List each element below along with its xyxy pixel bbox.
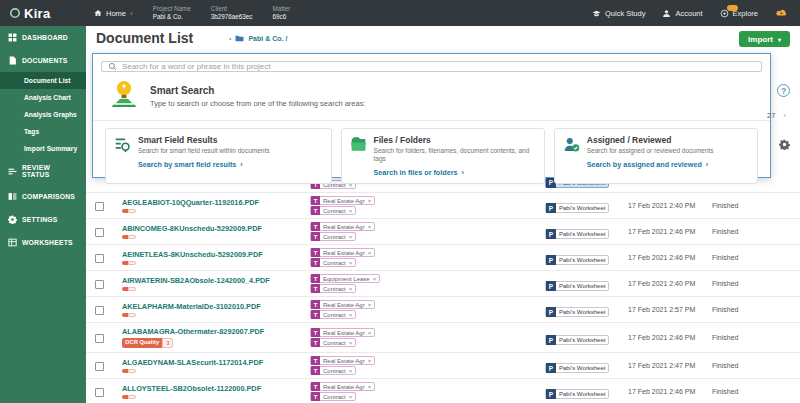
- tag-chip[interactable]: T Contract ×: [310, 206, 356, 215]
- worksheet-badge[interactable]: P Pabi's Worksheet: [545, 307, 609, 317]
- account-button[interactable]: Account: [662, 9, 702, 18]
- search-area-link[interactable]: Search by assigned and reviewed ›: [587, 160, 714, 169]
- sidebar-item-settings[interactable]: SETTINGS: [0, 208, 86, 231]
- document-link[interactable]: ABINCOMEG-8KUnschedu-5292009.PDF: [122, 224, 310, 233]
- document-link[interactable]: AEINETLEAS-8KUnschedu-5292009.PDF: [122, 250, 310, 259]
- worksheets-icon: [8, 238, 17, 247]
- remove-tag-icon[interactable]: ×: [349, 260, 356, 266]
- sidebar-item-document-list[interactable]: Document List: [0, 72, 86, 89]
- tag-icon: T: [311, 382, 320, 391]
- ocr-quality-badge: [122, 395, 136, 399]
- tag-chip[interactable]: T Real Estate Agr ×: [310, 356, 375, 365]
- row-checkbox[interactable]: [95, 254, 104, 263]
- tag-chip[interactable]: T Real Estate Agr ×: [310, 300, 375, 309]
- tag-chip[interactable]: T Contract ×: [310, 284, 356, 293]
- sidebar-item-comparisons[interactable]: COMPARISONS: [0, 185, 86, 208]
- search-card-files-folders[interactable]: Files / Folders Search for folders, file…: [341, 128, 545, 184]
- sidebar-item-import-summary[interactable]: Import Summary: [0, 140, 86, 157]
- explore-button[interactable]: Explore: [720, 9, 758, 18]
- worksheet-badge[interactable]: P Pabi's Worksheet: [545, 203, 609, 213]
- row-checkbox[interactable]: [95, 202, 104, 211]
- cloud-upload-icon[interactable]: [775, 8, 788, 18]
- kira-logo[interactable]: Kira: [0, 6, 86, 21]
- remove-tag-icon[interactable]: ×: [349, 368, 356, 374]
- remove-tag-icon[interactable]: ×: [373, 276, 380, 282]
- remove-tag-icon[interactable]: ×: [368, 224, 375, 230]
- row-checkbox[interactable]: [95, 306, 104, 315]
- comparisons-icon: [8, 192, 17, 201]
- remove-tag-icon[interactable]: ×: [349, 234, 356, 240]
- tag-chip[interactable]: T Real Estate Agr ×: [310, 248, 375, 257]
- remove-tag-icon[interactable]: ×: [368, 302, 375, 308]
- worksheet-badge[interactable]: P Pabi's Worksheet: [545, 389, 609, 399]
- tag-chip[interactable]: T Contract ×: [310, 366, 356, 375]
- folder-green-icon: [350, 136, 367, 177]
- remove-tag-icon[interactable]: ×: [368, 198, 375, 204]
- tag-chip[interactable]: T Contract ×: [310, 258, 356, 267]
- pagination[interactable]: 27 ›: [767, 111, 786, 120]
- import-button[interactable]: Import ▾: [739, 31, 790, 47]
- grid-icon: [8, 33, 17, 42]
- remove-tag-icon[interactable]: ×: [368, 330, 375, 336]
- remove-tag-icon[interactable]: ×: [349, 208, 356, 214]
- document-link[interactable]: ALLOYSTEEL-SB2Obsolet-1122000.PDF: [122, 384, 310, 393]
- search-card-smart-field-results[interactable]: Smart Field Results Search for smart fie…: [105, 128, 332, 184]
- sidebar-item-analysis-graphs[interactable]: Analysis Graphs: [0, 106, 86, 123]
- table-settings-gear-icon[interactable]: [779, 136, 790, 154]
- worksheet-badge[interactable]: P Pabi's Worksheet: [545, 363, 609, 373]
- caret-down-icon: ▾: [778, 36, 781, 43]
- row-checkbox[interactable]: [95, 228, 104, 237]
- row-checkbox[interactable]: [95, 362, 104, 371]
- breadcrumb[interactable]: • Pabi & Co. /: [229, 35, 287, 42]
- remove-tag-icon[interactable]: ×: [349, 394, 356, 400]
- quick-study-button[interactable]: Quick Study: [592, 9, 645, 18]
- sidebar-item-documents[interactable]: DOCUMENTS: [0, 49, 86, 72]
- status-text: Finished: [712, 388, 800, 395]
- remove-tag-icon[interactable]: ×: [349, 312, 356, 318]
- tag-chip[interactable]: T Real Estate Agr ×: [310, 328, 375, 337]
- tag-icon: T: [311, 274, 320, 283]
- document-link[interactable]: AIRWATERIN-SB2AObsole-1242000_4.PDF: [122, 276, 310, 285]
- row-checkbox[interactable]: [95, 334, 104, 343]
- worksheet-badge[interactable]: P Pabi's Worksheet: [545, 281, 609, 291]
- worksheet-badge[interactable]: P Pabi's Worksheet: [545, 255, 609, 265]
- tag-chip[interactable]: T Real Estate Agr ×: [310, 222, 375, 231]
- tag-chip[interactable]: T Real Estate Agr ×: [310, 196, 375, 205]
- remove-tag-icon[interactable]: ×: [349, 340, 356, 346]
- search-area-link[interactable]: Search by smart field results ›: [138, 160, 270, 169]
- kira-logo-mark: [9, 7, 21, 19]
- tag-chip[interactable]: T Contract ×: [310, 232, 356, 241]
- document-link[interactable]: AEGLEABIOT-10QQuarter-1192016.PDF: [122, 198, 310, 207]
- tag-chip[interactable]: T Equipment Lease ×: [310, 274, 380, 283]
- worksheet-badge[interactable]: P Pabi's Worksheet: [545, 229, 609, 239]
- tag-chip[interactable]: T Contract ×: [310, 338, 356, 347]
- row-checkbox[interactable]: [95, 280, 104, 289]
- search-bar[interactable]: [101, 61, 762, 72]
- remove-tag-icon[interactable]: ×: [368, 384, 375, 390]
- worksheet-badge[interactable]: P Pabi's Worksheet: [545, 335, 609, 345]
- tag-chip[interactable]: T Contract ×: [310, 310, 356, 319]
- home-link[interactable]: Home ›: [94, 9, 133, 18]
- tag-chip[interactable]: T Real Estate Agr ×: [310, 382, 375, 391]
- search-area-link[interactable]: Search in files or folders ›: [374, 168, 536, 177]
- import-date: 17 Feb 2021 2:46 PM: [628, 334, 712, 341]
- search-card-assigned-reviewed[interactable]: Assigned / Reviewed Search for assigned …: [554, 128, 758, 184]
- remove-tag-icon[interactable]: ×: [368, 250, 375, 256]
- import-date: 17 Feb 2021 2:46 PM: [628, 388, 712, 395]
- remove-tag-icon[interactable]: ×: [349, 286, 356, 292]
- document-link[interactable]: ALGAEDYNAM-SLASecurit-1172014.PDF: [122, 358, 310, 367]
- next-page-icon[interactable]: ›: [783, 111, 786, 120]
- sidebar-item-dashboard[interactable]: DASHBOARD: [0, 26, 86, 49]
- search-input[interactable]: [122, 62, 755, 71]
- document-link[interactable]: AKELAPHARM-MaterialDe-3102010.PDF: [122, 302, 310, 311]
- sidebar-item-worksheets[interactable]: WORKSHEETS: [0, 231, 86, 254]
- document-link[interactable]: ALABAMAGRA-Othermater-8292007.PDF: [122, 327, 310, 336]
- row-checkbox[interactable]: [95, 388, 104, 397]
- account-person-icon: [662, 9, 671, 18]
- sidebar-item-analysis-chart[interactable]: Analysis Chart: [0, 89, 86, 106]
- tag-chip[interactable]: T Contract ×: [310, 392, 356, 401]
- remove-tag-icon[interactable]: ×: [368, 358, 375, 364]
- help-icon[interactable]: ?: [777, 84, 790, 97]
- sidebar-item-tags[interactable]: Tags: [0, 123, 86, 140]
- sidebar-item-review-status[interactable]: REVIEW STATUS: [0, 157, 86, 185]
